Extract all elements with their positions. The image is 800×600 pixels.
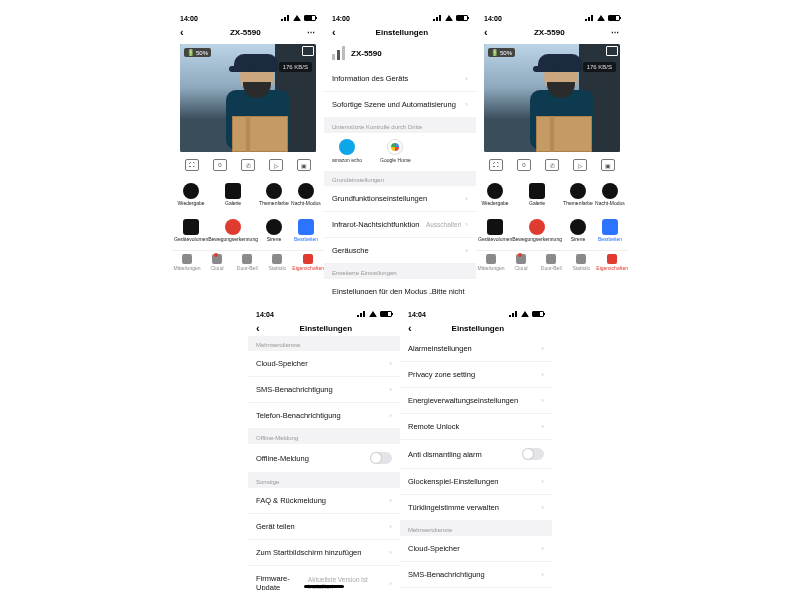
tile-edit[interactable]: Bearbeiten	[594, 214, 626, 248]
tab-properties[interactable]: Eigenschaften	[292, 251, 324, 274]
device-header[interactable]: ZX-5590	[324, 40, 476, 66]
more-button[interactable]: ⋯	[307, 28, 316, 37]
tile-playback[interactable]: Wiedergabe	[174, 178, 208, 212]
play-icon[interactable]: ▷	[269, 159, 283, 171]
tile-volume[interactable]: Gerätevolumen	[174, 214, 208, 248]
toggle-anti-dismantling[interactable]	[522, 448, 544, 460]
feed-battery: 🔋50%	[184, 48, 211, 57]
row-cloud-storage[interactable]: Cloud-Speicher›	[400, 536, 552, 562]
record-icon[interactable]: 0	[213, 159, 227, 171]
google-home[interactable]: Google Home	[380, 139, 411, 163]
screen-settings-1: 14:00 ‹Einstellungen ZX-5590 Information…	[324, 12, 476, 294]
row-scene[interactable]: Sofortige Szene und Automatisierung›	[324, 92, 476, 118]
tab-messages[interactable]: Mitteilungen	[476, 251, 506, 274]
status-bar: 14:00	[172, 12, 324, 24]
row-anti-dismantling[interactable]: Anti dismantling alarm	[400, 440, 552, 469]
page-title: ZX-5590	[230, 28, 261, 37]
chevron-right-icon: ›	[465, 74, 468, 83]
row-faq[interactable]: FAQ & Rückmeldung›	[248, 488, 400, 514]
row-remote-unlock[interactable]: Remote Unlock›	[400, 414, 552, 440]
tile-gallery[interactable]: Galerie	[512, 178, 562, 212]
screen-settings-3: 14:04 ‹Einstellungen Alarmeinstellungen›…	[400, 308, 552, 590]
tile-volume[interactable]: Gerätevolumen	[478, 214, 512, 248]
amazon-echo[interactable]: amazon echo	[332, 139, 362, 163]
row-dnd[interactable]: Einstellungen für den Modus „Bitte nicht…	[324, 279, 476, 294]
section-third-party: Unterstützte Kontrolle durch Dritte	[324, 118, 476, 133]
camera-controls: ⛶ 0 ✆ ▷ ▣	[172, 156, 324, 174]
battery-icon	[304, 15, 316, 21]
screen-camera-1: 14:00 ‹ ZX-5590 ⋯ 🔋50% 176 KB/S ⛶ 0 ✆ ▷ …	[172, 12, 324, 294]
row-alarm[interactable]: Alarmeinstellungen›	[400, 336, 552, 362]
row-device-info[interactable]: Information des Geräts›	[324, 66, 476, 92]
tile-playback[interactable]: Wiedergabe	[478, 178, 512, 212]
nav-bar: ‹ ZX-5590 ⋯	[172, 24, 324, 40]
page-title: Einstellungen	[376, 28, 428, 37]
row-privacy-zone[interactable]: Privacy zone setting›	[400, 362, 552, 388]
tab-statistic[interactable]: Statistic	[262, 251, 292, 274]
tile-motion[interactable]: Bewegungserkennung	[208, 214, 258, 248]
tile-siren[interactable]: Sirene	[562, 214, 594, 248]
call-icon[interactable]: ✆	[545, 159, 559, 171]
back-button[interactable]: ‹	[180, 26, 184, 38]
google-home-icon	[387, 139, 403, 155]
row-basic-settings[interactable]: Grundfunktionseinstellungen›	[324, 186, 476, 212]
tab-cloud[interactable]: Cloud	[202, 251, 232, 274]
row-sms[interactable]: SMS-Benachrichtigung›	[400, 562, 552, 588]
tile-theme[interactable]: Themenfarbe	[562, 178, 594, 212]
signal-bars-icon	[332, 46, 345, 60]
camera-feed[interactable]: 🔋50% 176 KB/S	[484, 44, 620, 152]
row-homescreen[interactable]: Zum Startbildschirm hinzufügen›	[248, 540, 400, 566]
row-phone-notif[interactable]: Telefon-Benachrichtigung›	[400, 588, 552, 590]
tile-theme[interactable]: Themenfarbe	[258, 178, 290, 212]
row-sms[interactable]: SMS-Benachrichtigung›	[248, 377, 400, 403]
row-cloud-storage[interactable]: Cloud-Speicher›	[248, 351, 400, 377]
feature-grid: Wiedergabe Galerie Themenfarbe Nacht-Mod…	[172, 174, 324, 250]
tab-cloud[interactable]: Cloud	[506, 251, 536, 274]
feed-bitrate: 176 KB/S	[279, 62, 312, 72]
tile-edit[interactable]: Bearbeiten	[290, 214, 322, 248]
play-icon[interactable]: ▷	[573, 159, 587, 171]
tile-night[interactable]: Nacht-Modus	[290, 178, 322, 212]
back-button[interactable]: ‹	[332, 26, 336, 38]
row-voice[interactable]: Türklingelstimme verwalten›	[400, 495, 552, 521]
back-button[interactable]: ‹	[408, 322, 412, 334]
toggle-offline[interactable]	[370, 452, 392, 464]
tab-bar: Mitteilungen Cloud Door-Bell Statistic E…	[172, 250, 324, 274]
wifi-icon	[293, 15, 301, 21]
fullscreen-icon[interactable]: ⛶	[185, 159, 199, 171]
tile-night[interactable]: Nacht-Modus	[594, 178, 626, 212]
row-offline-toggle[interactable]: Offline-Meldung	[248, 444, 400, 473]
row-ir-night[interactable]: Infrarot-NachtsichtfunktionAusschalten›	[324, 212, 476, 238]
screen-settings-2: 14:04 ‹Einstellungen Mehrwertdienste Clo…	[248, 308, 400, 590]
pip-icon[interactable]	[606, 46, 618, 56]
tile-gallery[interactable]: Galerie	[208, 178, 258, 212]
screen-camera-2: 14:00 ‹ZX-5590⋯ 🔋50% 176 KB/S ⛶ 0 ✆ ▷ ▣ …	[476, 12, 628, 294]
third-party-row: amazon echo Google Home	[324, 133, 476, 171]
row-chime[interactable]: Glockenspiel-Einstellungen›	[400, 469, 552, 495]
row-sounds[interactable]: Geräusche›	[324, 238, 476, 264]
record-icon[interactable]: 0	[517, 159, 531, 171]
pip-icon[interactable]	[302, 46, 314, 56]
fullscreen-icon[interactable]: ⛶	[489, 159, 503, 171]
tab-properties[interactable]: Eigenschaften	[596, 251, 628, 274]
row-share[interactable]: Gerät teilen›	[248, 514, 400, 540]
camera-feed[interactable]: 🔋50% 176 KB/S	[180, 44, 316, 152]
capture-icon[interactable]: ▣	[601, 159, 615, 171]
tile-motion[interactable]: Bewegungserkennung	[512, 214, 562, 248]
tile-siren[interactable]: Sirene	[258, 214, 290, 248]
tab-doorbell[interactable]: Door-Bell	[536, 251, 566, 274]
tab-statistic[interactable]: Statistic	[566, 251, 596, 274]
tab-messages[interactable]: Mitteilungen	[172, 251, 202, 274]
more-button[interactable]: ⋯	[611, 28, 620, 37]
tab-doorbell[interactable]: Door-Bell	[232, 251, 262, 274]
back-button[interactable]: ‹	[484, 26, 488, 38]
signal-icon	[281, 15, 290, 21]
back-button[interactable]: ‹	[256, 322, 260, 334]
row-power[interactable]: Energieverwaltungseinstellungen›	[400, 388, 552, 414]
status-time: 14:00	[180, 15, 198, 22]
home-indicator	[304, 585, 344, 588]
call-icon[interactable]: ✆	[241, 159, 255, 171]
amazon-echo-icon	[339, 139, 355, 155]
row-phone-notif[interactable]: Telefon-Benachrichtigung›	[248, 403, 400, 429]
capture-icon[interactable]: ▣	[297, 159, 311, 171]
